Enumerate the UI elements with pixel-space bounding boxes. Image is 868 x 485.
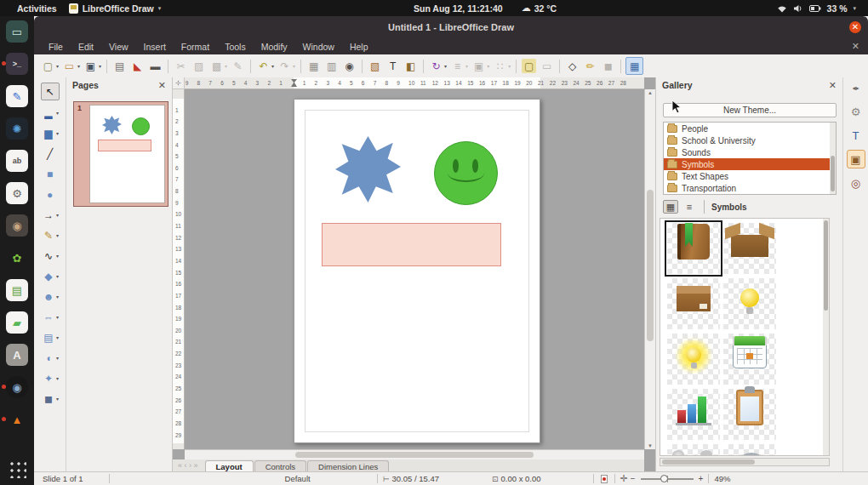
redo-button[interactable]: ↷▾ <box>277 58 296 74</box>
gallery-item-clipboard[interactable] <box>723 389 776 440</box>
connectors-tool-button[interactable]: ∿▾ <box>40 248 60 264</box>
layer-style-indicator[interactable]: Default <box>285 474 311 483</box>
sidebar-tab-shapes[interactable]: T <box>847 126 865 145</box>
gallery-theme-school-university[interactable]: School & University <box>664 134 836 146</box>
vertical-scrollbar-thumb[interactable] <box>647 190 654 341</box>
sidebar-tab-gallery[interactable]: ▣ <box>847 150 865 168</box>
copy-button[interactable]: ▨ <box>191 58 207 74</box>
document-modified-icon[interactable] <box>601 475 608 483</box>
gallery-item-box-open[interactable] <box>723 223 776 274</box>
drawing-page[interactable] <box>294 99 540 443</box>
gallery-item-compass[interactable] <box>723 444 776 456</box>
layer-tab-dimension-lines[interactable]: Dimension Lines <box>307 460 389 471</box>
weather-indicator[interactable]: ☁ 32 °C <box>522 3 557 14</box>
save-button[interactable]: ▣▾ <box>83 58 102 74</box>
vertical-ruler[interactable]: 1234567891011121314151617181920212223242… <box>173 89 185 449</box>
green-smiley-shape[interactable] <box>434 141 498 205</box>
clock-button[interactable]: Sun Aug 12, 11:21:40 <box>414 3 503 14</box>
toggle-extrusion-button[interactable]: ◼ <box>600 58 616 74</box>
gallery-theme-people[interactable]: People <box>664 123 836 134</box>
align-objects-button[interactable]: ≡▾ <box>449 58 469 74</box>
dock-item-photos-app[interactable]: ✺ <box>6 117 28 140</box>
3d-objects-tool-button[interactable]: ◼▾ <box>40 391 60 407</box>
sidebar-settings-button[interactable]: ◂▸ <box>852 84 859 92</box>
menu-help[interactable]: Help <box>342 42 376 52</box>
gallery-theme-transportation[interactable]: Transportation <box>664 182 836 194</box>
flowchart-tool-button[interactable]: ▤▾ <box>40 329 60 345</box>
zoom-in-button[interactable]: + <box>699 474 704 483</box>
distribute-selection-dropdown-arrow-icon[interactable]: ▾ <box>508 63 511 69</box>
dock-item-settings[interactable]: ⚙ <box>6 182 28 204</box>
pages-close-icon[interactable]: ✕ <box>158 80 166 91</box>
horizontal-scrollbar-thumb[interactable] <box>295 452 534 458</box>
gallery-button[interactable]: ▦ <box>625 57 643 75</box>
dock-item-dictionary-app[interactable]: ab <box>6 150 28 172</box>
insert-line-tool-button[interactable]: ╱ <box>42 146 59 162</box>
icon-view-button[interactable]: ▦ <box>663 200 678 214</box>
zoom-button[interactable]: ◉ <box>341 58 357 74</box>
arrange-button[interactable]: ▣▾ <box>471 58 490 74</box>
gallery-theme-text-shapes[interactable]: Text Shapes <box>664 170 836 182</box>
insert-image-button[interactable]: ▧ <box>367 58 383 74</box>
edit-points-button[interactable]: ◇ <box>564 58 580 74</box>
window-close-button[interactable]: ✕ <box>849 21 861 33</box>
export-button[interactable]: ▤ <box>111 58 128 74</box>
paste-dropdown-arrow-icon[interactable]: ▾ <box>225 63 227 69</box>
callout-shapes-tool-button[interactable]: ◖▾ <box>40 350 60 366</box>
list-view-button[interactable]: ≡ <box>682 200 697 214</box>
open-dropdown-arrow-icon[interactable]: ▾ <box>77 63 80 69</box>
align-objects-dropdown-arrow-icon[interactable]: ▾ <box>465 63 468 69</box>
menu-window[interactable]: Window <box>295 42 342 52</box>
gallery-horizontal-scrollbar[interactable] <box>660 458 830 466</box>
curves-and-polygons-dropdown-arrow-icon[interactable]: ▾ <box>56 232 59 238</box>
app-menu-button[interactable]: LibreOffice Draw ▾ <box>69 3 162 14</box>
basic-shapes-tool-button[interactable]: ◆▾ <box>40 268 60 284</box>
block-arrows-tool-button[interactable]: ⇔▾ <box>40 309 60 325</box>
activities-button[interactable]: Activities <box>17 3 57 14</box>
drawing-viewport[interactable] <box>185 89 644 449</box>
lines-and-arrows-tool-button[interactable]: →▾ <box>40 207 60 223</box>
glue-points-button[interactable]: ✏ <box>582 58 598 74</box>
zoom-slider[interactable] <box>641 478 694 480</box>
fill-color-tool-button[interactable]: ▆▾ <box>40 125 60 141</box>
system-status-menu[interactable]: 33 % ▾ <box>698 3 868 14</box>
gallery-item-box-closed[interactable] <box>667 278 720 329</box>
cut-button[interactable]: ✂ <box>173 58 189 74</box>
page-thumbnail[interactable]: 1 <box>73 101 168 207</box>
dock-item-gimp[interactable]: ◉ <box>6 214 28 237</box>
gallery-item-bulb-glow[interactable] <box>667 334 720 385</box>
save-dropdown-arrow-icon[interactable]: ▾ <box>99 63 101 69</box>
gallery-item-alarm-clock[interactable] <box>667 444 720 456</box>
undo-dropdown-arrow-icon[interactable]: ▾ <box>271 63 274 69</box>
paste-button[interactable]: ▩▾ <box>208 58 228 74</box>
menu-tools[interactable]: Tools <box>217 42 254 52</box>
export-pdf-button[interactable]: ◣ <box>129 58 146 74</box>
pink-rectangle-shape[interactable] <box>322 223 501 266</box>
new-document-dropdown-arrow-icon[interactable]: ▾ <box>56 63 59 69</box>
page-navigation-buttons[interactable]: « ‹ › » <box>173 461 205 471</box>
dock-item-terminal[interactable]: >_ <box>6 53 28 75</box>
zoom-out-button[interactable]: − <box>631 474 636 483</box>
gallery-item-bulb[interactable] <box>723 278 776 329</box>
close-document-button[interactable]: ✕ <box>852 41 868 52</box>
menu-file[interactable]: File <box>41 42 71 52</box>
sidebar-tab-properties[interactable]: ⚙ <box>847 102 865 121</box>
arrange-dropdown-arrow-icon[interactable]: ▾ <box>487 63 489 69</box>
dock-item-monitor-app[interactable]: ▭ <box>6 20 28 43</box>
basic-shapes-dropdown-arrow-icon[interactable]: ▾ <box>56 273 59 279</box>
rotate-button[interactable]: ↻▾ <box>428 58 448 74</box>
gallery-close-icon[interactable]: ✕ <box>829 80 837 91</box>
dock-item-vlc[interactable]: ▲ <box>6 408 28 431</box>
symbol-shapes-tool-button[interactable]: ☻▾ <box>40 288 60 305</box>
ellipse-tool-button[interactable]: ● <box>42 186 59 203</box>
distribute-selection-button[interactable]: ∷▾ <box>492 58 511 74</box>
gallery-theme-symbols[interactable]: Symbols <box>664 158 836 170</box>
insert-media-button[interactable]: ◧ <box>403 58 419 74</box>
helplines-while-moving-button[interactable]: ▥ <box>323 58 340 74</box>
crop-button[interactable]: ▭ <box>539 58 555 74</box>
select-tool-button[interactable]: ↖ <box>41 83 60 100</box>
fit-slide-icon[interactable]: ✛ <box>620 473 628 484</box>
menu-view[interactable]: View <box>101 42 136 52</box>
gallery-item-calendar[interactable] <box>723 334 776 385</box>
layer-tab-controls[interactable]: Controls <box>254 460 306 471</box>
